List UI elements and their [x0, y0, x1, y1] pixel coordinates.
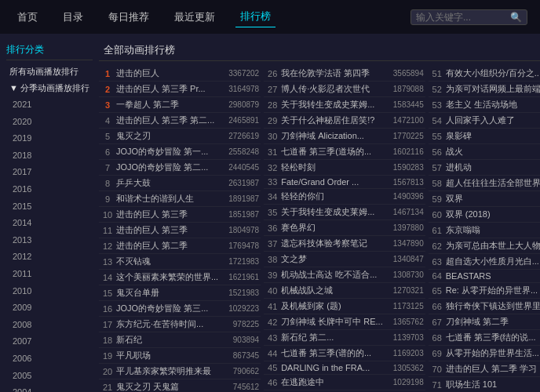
- rank-row[interactable]: 52为亲可对话网频上最前端1043528: [429, 82, 540, 97]
- rank-row[interactable]: 15鬼灭台单册1521983: [99, 285, 261, 301]
- rank-score: 2726619: [220, 132, 259, 140]
- nav-latest[interactable]: 最近更新: [170, 7, 220, 27]
- rank-row[interactable]: 38文之梦1340847: [264, 252, 425, 267]
- rank-title: 老主义 生活动场地: [444, 99, 540, 111]
- rank-row[interactable]: 57进机动795490: [429, 160, 540, 176]
- rank-number: 11: [100, 226, 115, 235]
- rank-row[interactable]: 39机动战士高达 吃不适合...1308730: [264, 267, 425, 283]
- rank-row[interactable]: 37遗忘科技体验考察笔记1347890: [264, 236, 425, 252]
- rank-row[interactable]: 6JOJO的奇妙冒险 第一...2558248: [99, 144, 261, 160]
- rank-row[interactable]: 3一拳超人 第二季2980879: [99, 97, 261, 113]
- rank-row[interactable]: 2进击的巨人 第三季 Pr...3164978: [99, 82, 261, 97]
- sidebar-year-2004[interactable]: 2004: [6, 384, 93, 392]
- rank-row[interactable]: 62为亲可总由本世上大人物1037218: [429, 238, 540, 254]
- rank-row[interactable]: 58超人任往往生活全部世界...948844: [429, 176, 540, 191]
- rank-row[interactable]: 44七道番 第三季(谱的的...1169203: [264, 346, 425, 361]
- sidebar-year-2012[interactable]: 2012: [6, 249, 93, 266]
- rank-row[interactable]: 45DARLING in the FRA...1305362: [264, 361, 425, 375]
- rank-row[interactable]: 63超自选大小性质月光白...1008208: [429, 254, 540, 270]
- rank-row[interactable]: 51有效大小组织分/百分之...1346891: [429, 66, 540, 82]
- sidebar-all-ranking[interactable]: 所有动画播放排行: [6, 64, 93, 80]
- nav-home[interactable]: 首页: [13, 7, 42, 27]
- rank-row[interactable]: 14这个美丽素来繁荣的世界...1621961: [99, 270, 261, 285]
- rank-row[interactable]: 29关于什么神秘居住居笑!?1472100: [264, 113, 425, 129]
- sidebar-year-2014[interactable]: 2014: [6, 215, 93, 232]
- rank-row[interactable]: 40机械战队之城1270321: [264, 283, 425, 299]
- rank-row[interactable]: 41及机械到家 (题)1173125: [264, 299, 425, 314]
- nav-ranking[interactable]: 排行榜: [235, 6, 275, 27]
- rank-row[interactable]: 71职场生活 101939198: [429, 377, 540, 392]
- rank-row[interactable]: 17东方纪元·在苦待时间...978225: [99, 317, 261, 332]
- rank-row[interactable]: 8乒乒大鼓2631987: [99, 176, 261, 191]
- sidebar-year-2005[interactable]: 2005: [6, 368, 93, 385]
- rank-row[interactable]: 64BEASTARS987647: [429, 270, 540, 283]
- sidebar-year-2016[interactable]: 2016: [6, 181, 93, 198]
- rank-row[interactable]: 55泉影碑843477: [429, 129, 540, 144]
- rank-score: 1567813: [385, 178, 424, 187]
- rank-row[interactable]: 60双界 (2018)920898: [429, 207, 540, 223]
- sidebar-year-2021[interactable]: 2021: [6, 96, 93, 114]
- rank-row[interactable]: 43新石纪 第二...1139703: [264, 330, 425, 346]
- rank-title: Re: 从零开始的异世界...: [444, 285, 540, 296]
- rank-row[interactable]: 10进击的巨人 第三季1851987: [99, 207, 261, 223]
- rank-row[interactable]: 4进击的巨人 第三季 第二...2465891: [99, 113, 261, 129]
- rank-row[interactable]: 31七道番 第三季(道场的...1602116: [264, 144, 425, 160]
- sidebar-year-2018[interactable]: 2018: [6, 147, 93, 165]
- rank-row[interactable]: 28关于我转生变成史莱姆...1583445: [264, 97, 425, 113]
- sidebar-year-2006[interactable]: 2006: [6, 350, 93, 368]
- rank-row[interactable]: 16JOJO的奇妙冒险 第三...1029223: [99, 301, 261, 317]
- rank-row[interactable]: 18新石纪903894: [99, 332, 261, 348]
- rank-row[interactable]: 46在逃跑途中1029198: [264, 375, 425, 390]
- rank-row[interactable]: 61东京嗡嗡914898: [429, 223, 540, 238]
- rank-row[interactable]: 66独行奇侠下镇达到世界里963757: [429, 299, 540, 314]
- rank-number: 16: [100, 304, 115, 314]
- rank-number: 18: [100, 336, 115, 345]
- sidebar-season-ranking[interactable]: ▼ 分季动画播放排行: [6, 80, 93, 96]
- rank-row[interactable]: 11进击的巨人 第三季1804978: [99, 223, 261, 238]
- rank-row[interactable]: 36赛色界幻1397880: [264, 220, 425, 236]
- rank-row[interactable]: 53老主义 生活动场地1048038: [429, 97, 540, 113]
- rank-row[interactable]: 30刀剑神域 Alicization...1770225: [264, 129, 425, 144]
- rank-row[interactable]: 65Re: 从零开始的异世界...972175: [429, 283, 540, 299]
- rank-row[interactable]: 32轻松时刻1590283: [264, 160, 425, 176]
- rank-row[interactable]: 42刀剑神域 长牌中可中 RE...1365762: [264, 314, 425, 330]
- rank-row[interactable]: 26我在伦敦学法语 第四季3565894: [264, 66, 425, 82]
- nav-catalog[interactable]: 目录: [58, 7, 88, 27]
- sidebar-year-2007[interactable]: 2007: [6, 333, 93, 350]
- rank-row[interactable]: 9和谐术士的谐到人生1891987: [99, 191, 261, 207]
- rank-row[interactable]: 70进击的巨人 第二季 学习946198: [429, 361, 540, 377]
- sidebar-year-2008[interactable]: 2008: [6, 317, 93, 334]
- rank-row[interactable]: 1进击的巨人3367202: [99, 66, 261, 82]
- rank-row[interactable]: 21鬼灭之刃 天鬼篇745612: [99, 379, 261, 392]
- search-input[interactable]: [416, 12, 510, 23]
- sidebar-year-2019[interactable]: 2019: [6, 130, 93, 147]
- rank-row[interactable]: 20平儿基亲家繁荣明推来最790662: [99, 364, 261, 379]
- sidebar-year-2013[interactable]: 2013: [6, 232, 93, 249]
- rank-row[interactable]: 5鬼灭之刃2726619: [99, 129, 261, 144]
- rank-number: 6: [100, 147, 115, 157]
- rank-row[interactable]: 34轻轻的你们1490396: [264, 189, 425, 205]
- rank-row[interactable]: 54人回家手入人难了967892: [429, 113, 540, 129]
- rank-row[interactable]: 12进击的巨人 第二季1769478: [99, 238, 261, 254]
- rank-row[interactable]: 68七道番 第三季(结的说...958696: [429, 330, 540, 346]
- search-icon[interactable]: 🔍: [510, 12, 522, 23]
- sidebar-year-2010[interactable]: 2010: [6, 283, 93, 300]
- rank-row[interactable]: 59双界933861: [429, 191, 540, 207]
- rank-row[interactable]: 56战火836635: [429, 144, 540, 160]
- rank-row[interactable]: 33Fate/Grand Order ...1567813: [264, 176, 425, 189]
- sidebar-year-2009[interactable]: 2009: [6, 299, 93, 317]
- rank-row[interactable]: 69从零开始的异世界生活...952158: [429, 346, 540, 361]
- rank-row[interactable]: 35关于我转生变成史莱姆...1467134: [264, 205, 425, 220]
- sidebar-year-2015[interactable]: 2015: [6, 198, 93, 216]
- rank-number: 70: [430, 365, 444, 374]
- sidebar-year-2020[interactable]: 2020: [6, 114, 93, 131]
- rank-row[interactable]: 19平凡职场867345: [99, 348, 261, 364]
- rank-row[interactable]: 7JOJO的奇妙冒险 第二...2440545: [99, 160, 261, 176]
- sidebar-year-2011[interactable]: 2011: [6, 266, 93, 283]
- rank-number: 60: [430, 210, 444, 220]
- nav-daily[interactable]: 每日推荐: [104, 7, 154, 27]
- rank-row[interactable]: 13不灭钻魂1721983: [99, 254, 261, 270]
- rank-row[interactable]: 67刀剑神域 第二季959612: [429, 314, 540, 330]
- rank-row[interactable]: 27博人传·火影忍者次世代1879088: [264, 82, 425, 97]
- sidebar-year-2017[interactable]: 2017: [6, 164, 93, 181]
